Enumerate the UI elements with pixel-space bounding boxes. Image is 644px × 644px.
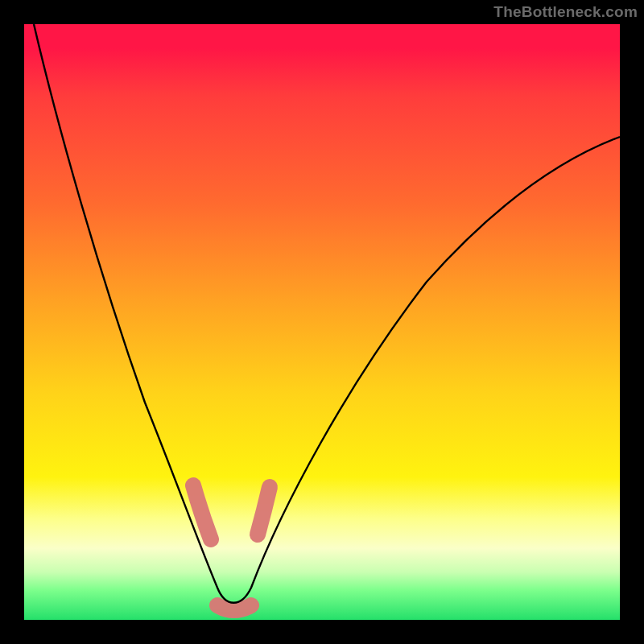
highlight-right xyxy=(258,487,270,535)
plot-area xyxy=(24,24,620,620)
chart-frame: TheBottleneck.com xyxy=(0,0,644,644)
highlight-bottom xyxy=(217,605,251,610)
bottleneck-curve-svg xyxy=(24,24,620,620)
attribution-text: TheBottleneck.com xyxy=(493,3,638,21)
bottleneck-curve xyxy=(34,24,620,603)
